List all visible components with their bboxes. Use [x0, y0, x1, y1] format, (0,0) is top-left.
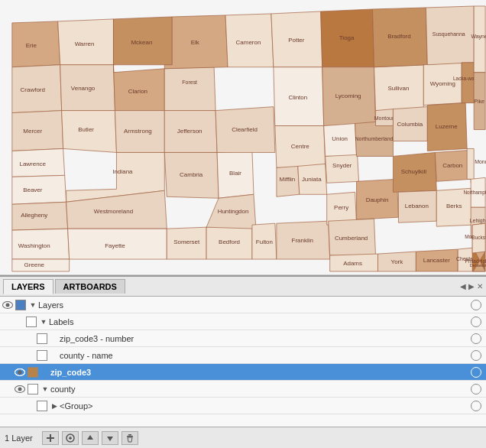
svg-text:Cameron: Cameron: [236, 39, 261, 46]
layer-name-group: <Group>: [60, 401, 471, 411]
expand-county[interactable]: [40, 384, 50, 394]
layer-name-zip-number: zip_code3 - number: [60, 334, 471, 343]
layer-row-group[interactable]: <Group>: [0, 398, 486, 414]
svg-text:Butler: Butler: [78, 126, 94, 133]
svg-text:Elk: Elk: [191, 39, 199, 46]
layer-name-labels: Labels: [49, 317, 471, 326]
svg-text:Columbia: Columbia: [397, 121, 423, 128]
add-sublayer-button[interactable]: [62, 431, 79, 445]
layer-circle-layers: [471, 300, 481, 310]
layer-circle-zip-number: [471, 333, 481, 344]
move-down-button[interactable]: [102, 431, 118, 445]
svg-text:Fulton: Fulton: [256, 239, 273, 245]
expand-labels[interactable]: [38, 317, 49, 327]
expand-layers[interactable]: [28, 300, 38, 310]
svg-text:Jefferson: Jefferson: [177, 128, 202, 135]
layer-circle-group: [471, 401, 481, 411]
svg-text:Pike: Pike: [474, 99, 484, 104]
svg-marker-114: [462, 63, 474, 103]
new-layer-button[interactable]: [42, 431, 59, 445]
svg-text:Montour: Montour: [374, 115, 394, 121]
svg-text:Schuylkill: Schuylkill: [401, 168, 426, 175]
tab-artboards[interactable]: ARTBOARDS: [55, 279, 125, 294]
svg-rect-137: [50, 434, 51, 442]
svg-text:Warren: Warren: [75, 41, 95, 47]
svg-text:Bradford: Bradford: [387, 33, 411, 40]
svg-text:Bedford: Bedford: [219, 239, 240, 245]
layer-row-county-name[interactable]: county - name: [0, 347, 486, 364]
layer-circle-county: [471, 384, 481, 394]
svg-text:Forest: Forest: [182, 80, 197, 85]
panel-header: LAYERS ARTBOARDS ◀ ▶ ✕: [0, 277, 486, 297]
color-swatch-county-name: [37, 350, 47, 361]
svg-text:Franklin: Franklin: [292, 237, 313, 244]
svg-text:Union: Union: [332, 135, 348, 142]
color-swatch-layers: [15, 300, 26, 310]
svg-text:Centre: Centre: [291, 143, 309, 150]
svg-rect-140: [70, 437, 71, 440]
svg-text:Wayne: Wayne: [471, 34, 486, 40]
move-up-button[interactable]: [82, 431, 99, 445]
svg-text:Fayette: Fayette: [105, 242, 125, 249]
svg-text:Dauphin: Dauphin: [366, 196, 389, 203]
svg-text:Mckean: Mckean: [131, 39, 152, 46]
svg-text:Potter: Potter: [288, 37, 305, 44]
color-swatch-zip-code3: [28, 367, 38, 378]
layer-circle-county-name: [471, 350, 481, 361]
svg-text:Berks: Berks: [446, 203, 462, 209]
svg-text:Crawford: Crawford: [21, 86, 45, 93]
svg-text:Tioga: Tioga: [339, 34, 355, 41]
tab-layers[interactable]: LAYERS: [3, 279, 53, 294]
svg-marker-141: [87, 435, 93, 440]
svg-text:Cumberland: Cumberland: [335, 235, 368, 242]
svg-text:Delaware: Delaware: [470, 263, 486, 268]
svg-text:Monroe: Monroe: [475, 159, 486, 164]
layer-name-county: county: [50, 385, 471, 394]
layer-row-zip-code3[interactable]: zip_code3: [0, 364, 486, 381]
color-swatch-county: [28, 384, 38, 394]
delete-layer-button[interactable]: [122, 431, 138, 445]
color-swatch-group: [37, 401, 47, 411]
svg-text:York: York: [391, 258, 403, 265]
svg-text:Lehigh: Lehigh: [470, 218, 486, 224]
eye-icon-zip-code3[interactable]: [14, 366, 26, 378]
svg-text:Carbon: Carbon: [442, 162, 462, 169]
svg-text:Westmoreland: Westmoreland: [94, 208, 133, 215]
svg-text:Somerset: Somerset: [173, 239, 200, 245]
svg-text:Cambria: Cambria: [180, 171, 203, 178]
svg-text:Sullivan: Sullivan: [387, 85, 409, 92]
svg-text:Susquehanna: Susquehanna: [433, 31, 465, 37]
svg-rect-143: [127, 436, 133, 437]
svg-text:Clarion: Clarion: [128, 88, 147, 95]
svg-text:Armstrong: Armstrong: [124, 128, 152, 135]
svg-text:Indiana: Indiana: [112, 168, 133, 175]
eye-icon-county[interactable]: [14, 383, 26, 395]
svg-text:Wyoming: Wyoming: [430, 80, 455, 87]
svg-text:Clearfield: Clearfield: [232, 126, 258, 133]
panel-collapse-arrows[interactable]: ◀ ▶ ✕: [460, 282, 483, 291]
svg-text:Adams: Adams: [343, 260, 362, 267]
eye-icon-layers[interactable]: [2, 299, 14, 311]
layer-row-zip-number[interactable]: zip_code3 - number: [0, 330, 486, 347]
svg-text:Mifflin: Mifflin: [280, 176, 296, 183]
svg-text:Huntingdon: Huntingdon: [218, 208, 249, 215]
svg-text:Juniata: Juniata: [302, 176, 322, 183]
svg-text:Lawrence: Lawrence: [19, 161, 46, 167]
svg-text:Perry: Perry: [334, 204, 348, 211]
svg-text:Lycoming: Lycoming: [335, 93, 361, 99]
layer-row-county[interactable]: county: [0, 381, 486, 398]
layer-circle-zip-code3: [471, 367, 481, 378]
svg-text:Lebanon: Lebanon: [405, 203, 429, 209]
panel-footer: 1 Layer: [0, 427, 486, 448]
layer-row-labels[interactable]: Labels: [0, 313, 486, 330]
layer-row-layers[interactable]: Layers: [0, 297, 486, 313]
svg-text:Washington: Washington: [18, 242, 50, 249]
svg-text:Northampton: Northampton: [463, 190, 486, 196]
svg-text:Luzerne: Luzerne: [436, 123, 458, 130]
layer-name-layers: Layers: [38, 300, 471, 310]
svg-marker-38: [164, 67, 215, 111]
expand-group[interactable]: [49, 401, 60, 411]
layer-name-zip-code3: zip_code3: [50, 368, 471, 377]
svg-marker-116: [467, 148, 474, 183]
svg-text:Mercer: Mercer: [23, 128, 42, 135]
